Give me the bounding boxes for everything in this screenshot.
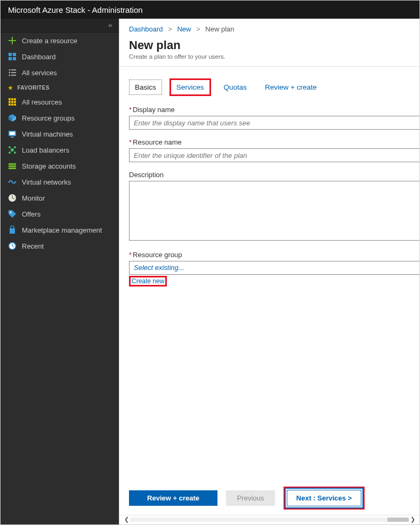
description-row: Description [129,171,419,242]
nav-label: Monitor [22,194,45,202]
nav-virtual-machines[interactable]: Virtual machines [1,126,119,142]
svg-rect-0 [9,53,12,56]
display-name-label: *Display name [129,106,419,114]
scroll-track[interactable] [130,518,409,522]
network-icon [8,178,17,186]
nav-all-resources[interactable]: All resources [1,94,119,110]
svg-rect-17 [11,104,13,106]
tab-basics[interactable]: Basics [129,79,162,95]
nav-label: Offers [22,210,41,218]
svg-rect-23 [10,132,15,135]
svg-rect-13 [9,101,11,103]
nav-label: All services [22,69,57,77]
collapse-sidebar-button[interactable] [1,19,119,33]
breadcrumb: Dashboard > New > New plan [119,19,419,37]
nav-label: Recent [22,242,44,250]
nav-offers[interactable]: Offers [1,206,119,222]
svg-point-38 [10,212,12,213]
resource-name-input[interactable] [129,148,419,162]
resource-group-label: *Resource group [129,251,419,259]
nav-recent[interactable]: Recent [1,238,119,254]
svg-rect-9 [11,75,16,76]
svg-rect-30 [9,163,16,165]
svg-rect-10 [9,98,11,100]
nav-virtual-networks[interactable]: Virtual networks [1,174,119,190]
resource-group-row: *Resource group Select existing... Creat… [129,251,419,287]
svg-point-35 [15,181,17,183]
star-icon: ★ [8,85,13,91]
scroll-thumb[interactable] [387,518,409,522]
svg-rect-3 [13,57,16,60]
svg-rect-31 [9,165,16,167]
resource-group-select[interactable]: Select existing... [129,261,419,275]
tag-icon [8,210,17,218]
highlight-box: Next : Services > [284,487,365,510]
next-services-button[interactable]: Next : Services > [287,490,361,506]
create-new-link[interactable]: Create new [129,276,167,287]
topbar: Microsoft Azure Stack - Administration [1,1,419,19]
svg-rect-32 [9,168,16,169]
favorites-header: ★ FAVORITES [1,81,119,94]
nav-label: Virtual machines [22,130,73,138]
chevron-right-icon: > [193,25,204,33]
svg-rect-18 [14,104,16,106]
svg-point-33 [9,181,10,183]
nav-label: Create a resource [22,37,77,45]
nav-monitor[interactable]: Monitor [1,190,119,206]
svg-point-8 [9,75,11,76]
resource-name-label: *Resource name [129,138,419,146]
description-label: Description [129,171,419,179]
nav-create-resource[interactable]: Create a resource [1,33,119,49]
svg-rect-12 [14,98,16,100]
topbar-title: Microsoft Azure Stack - Administration [8,5,143,14]
chevron-right-icon: > [165,25,175,33]
vm-icon [8,130,17,138]
svg-rect-1 [13,53,16,56]
bag-icon [8,226,17,234]
svg-rect-11 [11,98,13,100]
clock-icon [8,242,17,250]
dashboard-icon [8,52,17,61]
scroll-left-icon[interactable]: ❮ [123,516,130,523]
main-panel: Dashboard > New > New plan New plan Crea… [119,19,419,524]
breadcrumb-current: New plan [205,25,234,33]
nav-label: Dashboard [22,53,56,61]
resource-name-row: *Resource name [129,138,419,162]
scroll-right-icon[interactable]: ❯ [409,516,416,523]
svg-rect-7 [11,72,16,73]
svg-rect-5 [11,69,16,70]
review-create-button[interactable]: Review + create [129,490,217,506]
svg-point-27 [14,146,16,148]
nav-storage-accounts[interactable]: Storage accounts [1,158,119,174]
description-input[interactable] [129,181,419,241]
sidebar: Create a resource Dashboard All services… [1,19,119,524]
display-name-row: *Display name [129,106,419,130]
nav-dashboard[interactable]: Dashboard [1,49,119,65]
display-name-input[interactable] [129,116,419,130]
nav-label: All resources [22,98,62,106]
tab-quotas[interactable]: Quotas [219,80,253,94]
favorites-label: FAVORITES [18,85,50,91]
nav-label: Resource groups [22,114,75,122]
svg-rect-2 [9,57,12,60]
horizontal-scrollbar[interactable]: ❮ ❯ [119,515,419,524]
content: Basics Services Quotas Review + create *… [119,67,419,479]
previous-button[interactable]: Previous [226,490,275,506]
nav-label: Marketplace management [22,226,102,234]
breadcrumb-dashboard[interactable]: Dashboard [129,25,163,33]
page-title: New plan [119,37,419,52]
nav-resource-groups[interactable]: Resource groups [1,110,119,126]
nav-marketplace[interactable]: Marketplace management [1,222,119,238]
chevron-double-left-icon [107,22,114,29]
breadcrumb-new[interactable]: New [177,25,191,33]
nav-label: Virtual networks [22,178,71,186]
svg-rect-14 [11,101,13,103]
tab-services[interactable]: Services [169,78,211,96]
cube-icon [8,114,17,122]
nav-all-services[interactable]: All services [1,65,119,81]
storage-icon [8,162,17,170]
footer-bar: Review + create Previous Next : Services… [119,479,419,515]
nav-label: Load balancers [22,146,69,154]
tab-review-create[interactable]: Review + create [260,80,322,94]
nav-load-balancers[interactable]: Load balancers [1,142,119,158]
